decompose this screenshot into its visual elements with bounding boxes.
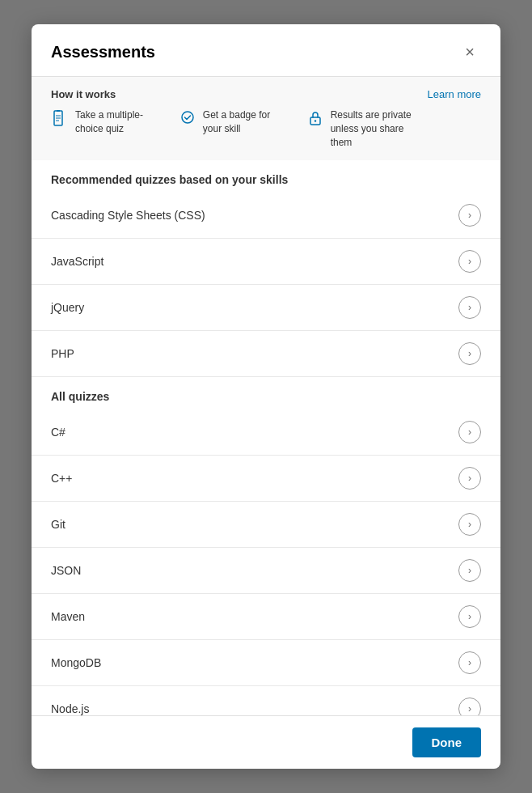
all-quiz-item[interactable]: MongoDB › (32, 640, 500, 686)
quiz-item-name: Node.js (51, 702, 89, 715)
modal-footer: Done (32, 715, 500, 769)
quiz-item-name: jQuery (51, 301, 84, 314)
quiz-chevron-button[interactable]: › (458, 467, 481, 490)
how-it-works-section: How it works Take a multip (32, 77, 500, 160)
badge-icon (179, 109, 196, 131)
private-item-text: Results are private unless you share the… (331, 108, 415, 149)
quiz-chevron-button[interactable]: › (458, 698, 481, 715)
quiz-item-text: Take a multiple-choice quiz (75, 108, 159, 136)
all-quiz-item[interactable]: JSON › (32, 548, 500, 594)
done-button[interactable]: Done (412, 727, 482, 757)
all-quiz-item[interactable]: Node.js › (32, 686, 500, 715)
svg-point-7 (314, 120, 315, 121)
assessments-modal: Assessments × How it works (32, 24, 500, 769)
quiz-item-name: Cascading Style Sheets (CSS) (51, 209, 205, 222)
svg-rect-1 (57, 110, 60, 112)
svg-point-5 (182, 112, 193, 123)
recommended-quiz-item[interactable]: Cascading Style Sheets (CSS) › (32, 193, 500, 239)
quiz-chevron-button[interactable]: › (458, 342, 481, 365)
modal-backdrop: Assessments × How it works (0, 0, 532, 793)
quiz-chevron-button[interactable]: › (458, 513, 481, 536)
recommended-quiz-item[interactable]: jQuery › (32, 285, 500, 331)
recommended-quiz-item[interactable]: JavaScript › (32, 239, 500, 285)
how-it-works-label: How it works (51, 88, 415, 100)
how-item-private: Results are private unless you share the… (306, 108, 415, 149)
how-it-works-content: How it works Take a multip (51, 88, 415, 149)
how-it-works-items: Take a multiple-choice quiz Get a badge … (51, 108, 415, 149)
quiz-chevron-button[interactable]: › (458, 296, 481, 319)
recommended-section-title: Recommended quizzes based on your skills (32, 160, 500, 193)
quiz-icon (51, 109, 69, 131)
recommended-quiz-item[interactable]: PHP › (32, 331, 500, 377)
recommended-quiz-list: Cascading Style Sheets (CSS) › JavaScrip… (32, 193, 500, 377)
quiz-chevron-button[interactable]: › (458, 559, 481, 582)
modal-title: Assessments (51, 43, 155, 61)
all-quiz-item[interactable]: Git › (32, 502, 500, 548)
modal-body: Recommended quizzes based on your skills… (32, 160, 500, 715)
quiz-chevron-button[interactable]: › (458, 250, 481, 273)
quiz-item-name: MongoDB (51, 656, 101, 669)
all-quiz-item[interactable]: C++ › (32, 456, 500, 502)
quiz-item-name: C# (51, 426, 65, 439)
learn-more-link[interactable]: Learn more (428, 88, 481, 100)
close-button[interactable]: × (458, 40, 481, 63)
modal-header: Assessments × (32, 24, 500, 77)
quiz-item-name: C++ (51, 472, 72, 485)
quiz-chevron-button[interactable]: › (458, 204, 481, 227)
quiz-item-name: Maven (51, 610, 85, 623)
all-section-title: All quizzes (32, 377, 500, 409)
badge-item-text: Get a badge for your skill (203, 108, 287, 136)
quiz-item-name: Git (51, 518, 65, 531)
quiz-item-name: JavaScript (51, 255, 103, 268)
quiz-item-name: JSON (51, 564, 81, 577)
quiz-chevron-button[interactable]: › (458, 651, 481, 674)
lock-icon (306, 109, 324, 131)
quiz-item-name: PHP (51, 347, 74, 360)
all-quiz-item[interactable]: Maven › (32, 594, 500, 640)
how-item-badge: Get a badge for your skill (179, 108, 287, 136)
all-quiz-item[interactable]: C# › (32, 409, 500, 456)
how-item-quiz: Take a multiple-choice quiz (51, 108, 159, 136)
all-quiz-list: C# › C++ › Git › JSON › Maven › MongoDB … (32, 409, 500, 715)
quiz-chevron-button[interactable]: › (458, 605, 481, 628)
quiz-chevron-button[interactable]: › (458, 421, 481, 443)
